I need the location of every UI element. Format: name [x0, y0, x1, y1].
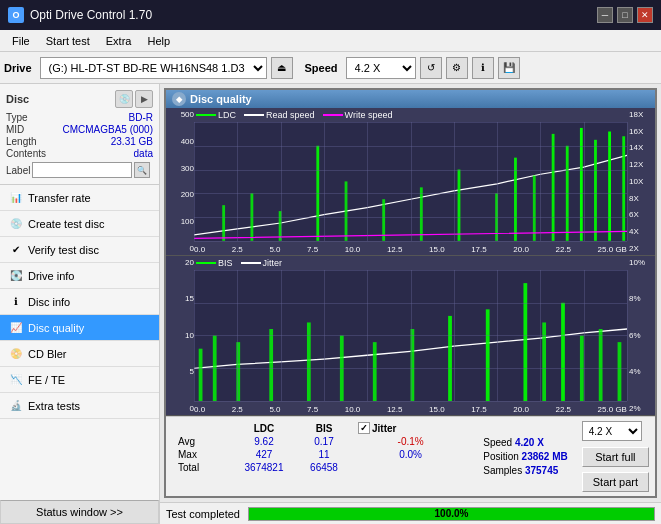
length-value: 23.31 GB	[62, 136, 153, 147]
status-text: Test completed	[166, 508, 240, 520]
stats-avg-row: Avg 9.62 0.17 -0.1%	[174, 435, 467, 448]
start-part-button[interactable]: Start part	[582, 472, 649, 492]
jitter-label: Jitter	[372, 423, 396, 434]
samples-value: 375745	[525, 465, 558, 476]
sidebar: Disc 💿 ▶ Type BD-R MID CMCMAGBA5 (000) L…	[0, 84, 160, 524]
total-label: Total	[174, 461, 234, 474]
label-button[interactable]: 🔍	[134, 162, 150, 178]
max-bis: 11	[294, 448, 354, 461]
nav-cd-bler[interactable]: 📀 CD Bler	[0, 341, 159, 367]
drive-info-icon: 💽	[8, 268, 24, 284]
disc-title: Disc	[6, 93, 29, 105]
chart-bis-bg	[194, 270, 627, 401]
legend-bis-label: BIS	[218, 258, 233, 268]
buttons-section: 4.2 X Start full Start part	[576, 417, 655, 496]
svg-rect-5	[382, 199, 385, 241]
nav-transfer-rate[interactable]: 📊 Transfer rate	[0, 185, 159, 211]
disc-quality-icon: 📈	[8, 320, 24, 336]
maximize-button[interactable]: □	[617, 7, 633, 23]
nav-verify-test-disc[interactable]: ✔ Verify test disc	[0, 237, 159, 263]
nav-extra-tests[interactable]: 🔬 Extra tests	[0, 393, 159, 419]
panel-title: Disc quality	[190, 93, 252, 105]
jitter-checkbox[interactable]: ✓	[358, 422, 370, 434]
speed-value: 4.20 X	[515, 437, 544, 448]
menu-help[interactable]: Help	[139, 33, 178, 49]
legend-ldc-label: LDC	[218, 110, 236, 120]
legend-ldc: LDC	[196, 110, 236, 120]
start-speed-select[interactable]: 4.2 X	[582, 421, 642, 441]
position-value: 23862 MB	[522, 451, 568, 462]
nav-items: 📊 Transfer rate 💿 Create test disc ✔ Ver…	[0, 185, 159, 419]
type-label: Type	[6, 112, 58, 123]
svg-rect-27	[523, 283, 527, 401]
y-axis-ldc-right: 18X 16X 14X 12X 10X 8X 6X 4X 2X	[627, 108, 655, 255]
chart-ldc-legend: LDC Read speed Write speed	[196, 110, 392, 120]
legend-read-speed-label: Read speed	[266, 110, 315, 120]
nav-drive-info[interactable]: 💽 Drive info	[0, 263, 159, 289]
legend-jitter: Jitter	[241, 258, 283, 268]
y-axis-bis-left: 20151050	[166, 256, 194, 415]
close-button[interactable]: ✕	[637, 7, 653, 23]
legend-jitter-label: Jitter	[263, 258, 283, 268]
x-axis-bis: 0.02.55.07.510.012.515.017.520.022.525.0…	[194, 404, 627, 415]
svg-rect-25	[448, 316, 452, 401]
eject-button[interactable]: ⏏	[271, 57, 293, 79]
stats-row: LDC BIS ✓ Jitter Avg 9.62	[166, 416, 655, 496]
legend-read-speed: Read speed	[244, 110, 315, 120]
contents-label: Contents	[6, 148, 58, 159]
avg-bis: 0.17	[294, 435, 354, 448]
stats-table: LDC BIS ✓ Jitter Avg 9.62	[166, 417, 475, 496]
label-label: Label	[6, 165, 30, 176]
nav-disc-quality[interactable]: 📈 Disc quality	[0, 315, 159, 341]
speed-label: Speed	[483, 437, 512, 448]
status-window-button[interactable]: Status window >>	[0, 500, 159, 524]
menu-file[interactable]: File	[4, 33, 38, 49]
label-input[interactable]	[32, 162, 132, 178]
disc-icon1[interactable]: 💿	[115, 90, 133, 108]
svg-rect-7	[458, 170, 461, 241]
info-button[interactable]: ℹ	[472, 57, 494, 79]
svg-rect-32	[618, 342, 622, 401]
app-icon: O	[8, 7, 24, 23]
app-title: Opti Drive Control 1.70	[30, 8, 152, 22]
samples-row: Samples 375745	[483, 465, 568, 476]
svg-rect-23	[373, 342, 377, 401]
svg-rect-17	[199, 349, 203, 401]
refresh-button[interactable]: ↺	[420, 57, 442, 79]
nav-disc-info[interactable]: ℹ Disc info	[0, 289, 159, 315]
speed-label: Speed	[305, 62, 338, 74]
menu-start-test[interactable]: Start test	[38, 33, 98, 49]
max-ldc: 427	[234, 448, 294, 461]
title-bar: O Opti Drive Control 1.70 ─ □ ✕	[0, 0, 661, 30]
menu-bar: File Start test Extra Help	[0, 30, 661, 52]
disc-icon2[interactable]: ▶	[135, 90, 153, 108]
y-axis-bis-right: 10% 8% 6% 4% 2%	[627, 256, 655, 415]
minimize-button[interactable]: ─	[597, 7, 613, 23]
chart-ldc-bg	[194, 122, 627, 241]
transfer-rate-icon: 📊	[8, 190, 24, 206]
save-button[interactable]: 💾	[498, 57, 520, 79]
start-full-button[interactable]: Start full	[582, 447, 649, 467]
svg-rect-0	[222, 205, 225, 241]
nav-fe-te[interactable]: 📉 FE / TE	[0, 367, 159, 393]
nav-create-test-disc[interactable]: 💿 Create test disc	[0, 211, 159, 237]
contents-value: data	[62, 148, 153, 159]
menu-extra[interactable]: Extra	[98, 33, 140, 49]
progress-bar: 100.0%	[248, 507, 655, 521]
svg-rect-10	[533, 175, 536, 240]
stats-max-row: Max 427 11 0.0%	[174, 448, 467, 461]
drive-select[interactable]: (G:) HL-DT-ST BD-RE WH16NS48 1.D3	[40, 57, 267, 79]
total-jitter	[354, 461, 467, 474]
type-value: BD-R	[62, 112, 153, 123]
svg-rect-20	[269, 329, 273, 401]
chart-bis: BIS Jitter 20151050	[166, 256, 655, 416]
avg-jitter: -0.1%	[354, 435, 467, 448]
settings-button[interactable]: ⚙	[446, 57, 468, 79]
svg-rect-31	[599, 329, 603, 401]
total-bis: 66458	[294, 461, 354, 474]
avg-label: Avg	[174, 435, 234, 448]
svg-rect-15	[608, 132, 611, 241]
speed-select[interactable]: 4.2 X	[346, 57, 416, 79]
svg-rect-21	[307, 322, 311, 401]
drive-label: Drive	[4, 62, 32, 74]
